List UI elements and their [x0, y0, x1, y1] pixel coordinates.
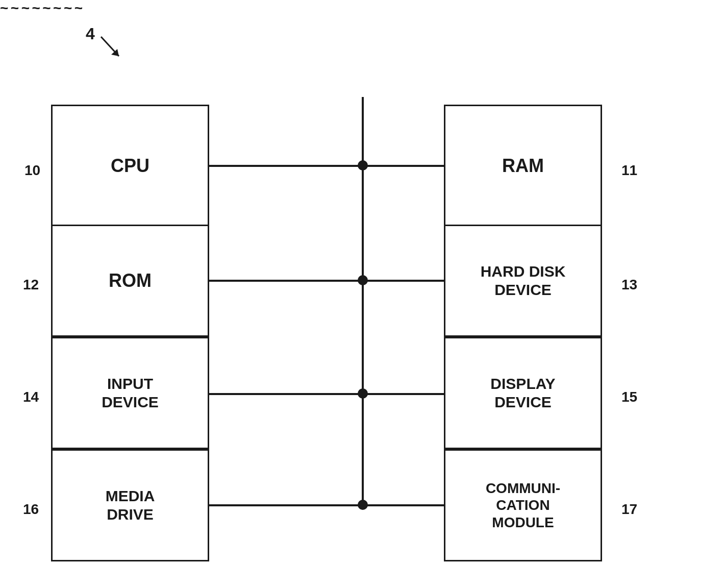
fig-arrow-icon — [91, 27, 132, 67]
input-tilde: ~ — [42, 0, 51, 16]
hdd-label: HARD DISKDEVICE — [481, 262, 566, 299]
vertical-bus — [362, 97, 364, 505]
display-box: DISPLAYDEVICE — [444, 337, 602, 449]
media-label: MEDIADRIVE — [106, 487, 155, 524]
cpu-ref: 10 — [24, 162, 40, 179]
ram-tilde: ~ — [11, 0, 19, 16]
display-ref: 15 — [621, 389, 637, 405]
diagram-container: 4 CPU 10 ~ RAM ~ 11 ROM 12 ~ HARD DISKDE… — [0, 0, 724, 588]
ram-box: RAM — [444, 105, 602, 227]
rom-label: ROM — [109, 270, 152, 291]
comm-ref: 17 — [621, 501, 637, 518]
rom-box: ROM — [51, 225, 209, 337]
cpu-box: CPU — [51, 105, 209, 227]
comm-label: COMMUNI-CATIONMODULE — [486, 480, 560, 531]
ram-label: RAM — [502, 155, 544, 177]
hdd-tilde: ~ — [32, 0, 40, 16]
comm-tilde: ~ — [74, 0, 83, 16]
display-tilde: ~ — [53, 0, 61, 16]
rom-tilde: ~ — [21, 0, 30, 16]
input-label: INPUTDEVICE — [102, 375, 159, 411]
media-box: MEDIADRIVE — [51, 449, 209, 561]
ram-ref: 11 — [621, 162, 637, 179]
cpu-label: CPU — [111, 155, 149, 177]
hdd-ref: 13 — [621, 277, 637, 293]
cpu-tilde: ~ — [0, 0, 8, 16]
input-ref: 14 — [23, 389, 39, 405]
media-tilde: ~ — [64, 0, 72, 16]
hdd-box: HARD DISKDEVICE — [444, 225, 602, 337]
display-label: DISPLAYDEVICE — [490, 375, 555, 411]
rom-ref: 12 — [23, 277, 39, 293]
input-box: INPUTDEVICE — [51, 337, 209, 449]
media-ref: 16 — [23, 501, 39, 518]
comm-box: COMMUNI-CATIONMODULE — [444, 449, 602, 561]
